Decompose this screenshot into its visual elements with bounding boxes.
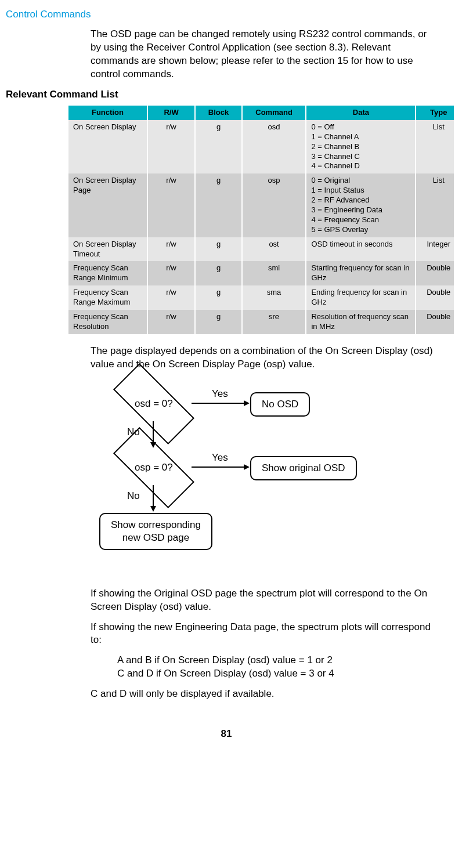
table-cell: On Screen Display [68,120,147,173]
table-cell: Starting frequency for scan in GHz [306,261,415,285]
th-rw: R/W [148,106,194,120]
table-cell: Double [416,285,454,310]
th-command: Command [243,106,306,120]
table-heading: Relevant Command List [6,88,447,101]
table-cell: OSD timeout in seconds [306,237,415,262]
table-cell: On Screen Display Timeout [68,237,147,262]
table-row: Frequency Scan Range Minimumr/wgsmiStart… [68,261,454,285]
table-cell: 0 = Off 1 = Channel A 2 = Channel B 3 = … [306,120,415,173]
line-cd: C and D if On Screen Display (osd) value… [117,667,435,681]
table-cell: sre [243,310,306,334]
table-cell: osp [243,173,306,237]
label-no-2: No [127,490,140,502]
table-cell: sma [243,285,306,310]
p-original-osd: If showing the Original OSD page the spe… [91,587,435,614]
th-type: Type [416,106,454,120]
box-show-original: Show original OSD [250,456,357,480]
box-show-new: Show corresponding new OSD page [99,513,212,550]
table-row: On Screen Display Pager/wgosp0 = Origina… [68,173,454,237]
th-block: Block [196,106,241,120]
table-cell: r/w [148,173,194,237]
p-cd-available: C and D will only be displayed if availa… [91,688,435,701]
decision-osp: osp = 0? [135,461,173,474]
page-number: 81 [6,728,447,740]
table-cell: r/w [148,285,194,310]
th-function: Function [68,106,147,120]
table-cell: g [196,310,241,334]
table-cell: Double [416,261,454,285]
table-cell: Frequency Scan Range Minimum [68,261,147,285]
table-cell: Frequency Scan Range Maximum [68,285,147,310]
table-cell: Frequency Scan Resolution [68,310,147,334]
line-ab: A and B if On Screen Display (osd) value… [117,654,435,667]
table-row: Frequency Scan Range Maximumr/wgsmaEndin… [68,285,454,310]
th-data: Data [306,106,415,120]
table-cell: Integer [416,237,454,262]
table-cell: osd [243,120,306,173]
command-table: Function R/W Block Command Data Type On … [67,106,454,334]
table-cell: g [196,173,241,237]
table-cell: Ending frequency for scan in GHz [306,285,415,310]
table-row: Frequency Scan Resolutionr/wgsreResoluti… [68,310,454,334]
table-cell: r/w [148,237,194,262]
table-cell: g [196,237,241,262]
table-cell: On Screen Display Page [68,173,147,237]
p-new-eng: If showing the new Engineering Data page… [91,621,435,648]
table-row: On Screen Displayr/wgosd0 = Off 1 = Chan… [68,120,454,173]
table-cell: r/w [148,261,194,285]
decision-osd: osd = 0? [135,397,173,410]
table-cell: List [416,173,454,237]
table-cell: List [416,120,454,173]
table-cell: Double [416,310,454,334]
box-no-osd: No OSD [250,392,310,417]
table-cell: g [196,261,241,285]
intro-paragraph: The OSD page can be changed remotely usi… [91,28,435,81]
table-cell: r/w [148,310,194,334]
table-cell: Resolution of frequency scan in MHz [306,310,415,334]
table-cell: r/w [148,120,194,173]
table-cell: g [196,120,241,173]
flowchart: osd = 0? Yes No OSD No osp = 0? Yes Show… [90,382,363,579]
label-yes-1: Yes [212,388,228,400]
table-row: On Screen Display Timeoutr/wgostOSD time… [68,237,454,262]
label-yes-2: Yes [212,451,228,464]
section-title: Control Commands [6,8,447,21]
table-cell: g [196,285,241,310]
table-cell: 0 = Original 1 = Input Status 2 = RF Adv… [306,173,415,237]
table-cell: smi [243,261,306,285]
table-cell: ost [243,237,306,262]
